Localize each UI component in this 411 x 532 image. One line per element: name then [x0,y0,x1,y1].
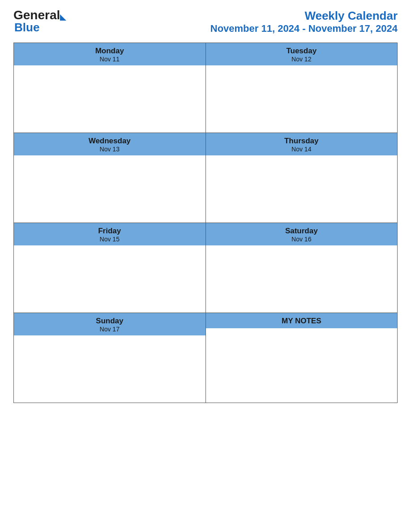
thursday-date: Nov 14 [208,146,396,153]
tuesday-date: Nov 12 [208,56,396,63]
friday-header: Friday Nov 15 [14,223,206,245]
logo: General Blue [13,9,66,34]
wednesday-name: Wednesday [16,137,204,146]
table-row: Wednesday Nov 13 Thursday Nov 14 [14,133,398,223]
tuesday-header: Tuesday Nov 12 [206,43,398,65]
calendar-date-range: November 11, 2024 - November 17, 2024 [210,23,398,34]
notes-content[interactable] [206,328,398,395]
saturday-date: Nov 16 [208,236,396,243]
logo-blue-text: Blue [14,21,39,34]
thursday-header: Thursday Nov 14 [206,133,398,155]
monday-name: Monday [16,47,204,56]
saturday-name: Saturday [208,227,396,236]
notes-label: MY NOTES [208,317,396,326]
wednesday-content[interactable] [14,155,206,223]
sunday-cell: Sunday Nov 17 [14,313,206,403]
table-row: Monday Nov 11 Tuesday Nov 12 [14,43,398,133]
saturday-header: Saturday Nov 16 [206,223,398,245]
sunday-header: Sunday Nov 17 [14,313,206,335]
friday-cell: Friday Nov 15 [14,223,206,313]
table-row: Friday Nov 15 Saturday Nov 16 [14,223,398,313]
monday-content[interactable] [14,65,206,133]
logo-general-text: General [13,9,60,21]
friday-content[interactable] [14,245,206,313]
table-row: Sunday Nov 17 MY NOTES [14,313,398,403]
wednesday-cell: Wednesday Nov 13 [14,133,206,223]
wednesday-header: Wednesday Nov 13 [14,133,206,155]
monday-date: Nov 11 [16,56,204,63]
sunday-content[interactable] [14,335,206,403]
page-header: General Blue Weekly Calendar November 11… [13,9,398,34]
wednesday-date: Nov 13 [16,146,204,153]
sunday-name: Sunday [16,317,204,326]
calendar-table: Monday Nov 11 Tuesday Nov 12 Wednesday N… [13,43,398,403]
thursday-name: Thursday [208,137,396,146]
thursday-content[interactable] [206,155,398,223]
notes-header: MY NOTES [206,313,398,328]
calendar-title: Weekly Calendar [210,9,398,23]
monday-cell: Monday Nov 11 [14,43,206,133]
logo-triangle-icon [60,14,66,21]
saturday-content[interactable] [206,245,398,313]
tuesday-cell: Tuesday Nov 12 [206,43,398,133]
monday-header: Monday Nov 11 [14,43,206,65]
tuesday-content[interactable] [206,65,398,133]
thursday-cell: Thursday Nov 14 [206,133,398,223]
friday-name: Friday [16,227,204,236]
calendar-title-block: Weekly Calendar November 11, 2024 - Nove… [210,9,398,34]
friday-date: Nov 15 [16,236,204,243]
sunday-date: Nov 17 [16,326,204,333]
notes-cell: MY NOTES [206,313,398,403]
tuesday-name: Tuesday [208,47,396,56]
saturday-cell: Saturday Nov 16 [206,223,398,313]
